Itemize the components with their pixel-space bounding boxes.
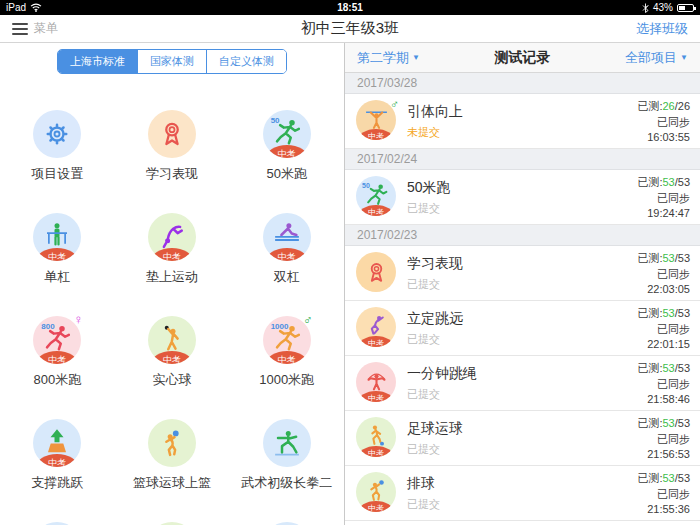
highbar-icon: 中考 <box>33 213 81 261</box>
sync-status: 已同步 <box>637 322 690 338</box>
status-bar: iPad 18:51 43% <box>0 0 700 15</box>
basketball-icon <box>148 419 196 467</box>
filter-dropdown[interactable]: 全部项目 ▼ <box>625 49 688 67</box>
zhongkao-badge: 中考 <box>358 129 394 140</box>
records-panel: 第二学期 ▼ 测试记录 全部项目 ▼ 2017/03/28中考♂引体向上未提交已… <box>345 43 700 525</box>
record-row-soccer-dribble[interactable]: 中考足球运球已提交已测:53/53已同步21:56:53 <box>345 411 700 466</box>
sync-status: 已同步 <box>637 377 690 393</box>
record-time: 16:03:55 <box>637 130 690 146</box>
runner-icon: 50中考 <box>263 110 311 158</box>
chevron-down-icon: ▼ <box>680 53 688 62</box>
runner-icon: 800中考♀ <box>33 316 81 364</box>
grid-item-label: 50米跑 <box>266 165 306 183</box>
shotput-icon: 中考 <box>148 316 196 364</box>
grid-item-run-50m[interactable]: 50中考50米跑 <box>229 110 344 213</box>
grid-item-mat-exercise[interactable]: 中考垫上运动 <box>115 213 230 316</box>
grid-item-horizontal-bar[interactable]: 中考单杠 <box>0 213 115 316</box>
record-info: 已测:53/53已同步21:55:36 <box>637 471 690 518</box>
jumprope-icon: 中考 <box>356 362 396 402</box>
select-class-button[interactable]: 选择班级 <box>636 20 688 38</box>
grid-item-parallel-bars[interactable]: 中考双杠 <box>229 213 344 316</box>
record-info: 已测:53/53已同步21:58:46 <box>637 361 690 408</box>
runner-icon: 50中考 <box>356 176 396 216</box>
record-status: 已提交 <box>407 277 440 292</box>
grid-item-label: 学习表现 <box>146 165 198 183</box>
male-icon: ♂ <box>303 313 313 326</box>
volleyball-icon: 中考 <box>356 472 396 512</box>
grid-item-label: 支撑跳跃 <box>31 474 83 492</box>
sync-status: 已同步 <box>637 191 690 207</box>
wifi-icon <box>30 3 42 12</box>
grid-item-settings[interactable]: 项目设置 <box>0 110 115 213</box>
grid-item-label: 垫上运动 <box>146 268 198 286</box>
grid-item-vault[interactable]: 中考支撑跳跃 <box>0 419 115 522</box>
tested-count: 已测:53/53 <box>637 175 690 191</box>
date-group-header: 2017/02/24 <box>345 149 700 170</box>
record-info: 已测:26/26已同步16:03:55 <box>637 99 690 146</box>
medal-icon <box>148 110 196 158</box>
tumbling-icon: 中考 <box>148 213 196 261</box>
soccer-icon: 中考 <box>356 417 396 457</box>
sync-status: 已同步 <box>637 432 690 448</box>
male-icon: ♂ <box>390 98 399 110</box>
record-time: 21:56:53 <box>637 447 690 463</box>
record-info: 已测:53/53已同步21:56:53 <box>637 416 690 463</box>
record-name: 排球 <box>407 475 435 493</box>
grid-item-label: 双杠 <box>274 268 300 286</box>
date-group-header: 2017/03/28 <box>345 73 700 94</box>
device-label: iPad <box>6 2 26 13</box>
record-row-study-performance[interactable]: 学习表现已提交已测:53/53已同步22:03:05 <box>345 246 700 301</box>
record-status: 已提交 <box>407 332 440 347</box>
record-name: 一分钟跳绳 <box>407 365 477 383</box>
grid-item-label: 1000米跑 <box>259 371 314 389</box>
record-row-volleyball[interactable]: 中考排球已提交已测:53/53已同步21:55:36 <box>345 466 700 521</box>
projects-panel: 上海市标准国家体测自定义体测 项目设置学习表现50中考50米跑中考单杠中考垫上运… <box>0 43 345 525</box>
record-time: 21:55:36 <box>637 502 690 518</box>
page-title: 初中三年级3班 <box>0 19 700 38</box>
grid-item-martial-arts[interactable]: 武术初级长拳二 <box>229 419 344 522</box>
grid-item-run-800m[interactable]: 800中考♀800米跑 <box>0 316 115 419</box>
sync-status: 已同步 <box>637 487 690 503</box>
tested-count: 已测:53/53 <box>637 361 690 377</box>
record-status: 未提交 <box>407 125 440 140</box>
bluetooth-icon <box>642 3 649 13</box>
tab-2[interactable]: 自定义体测 <box>206 50 286 73</box>
pullup-icon: 中考♂ <box>356 100 396 140</box>
tested-count: 已测:53/53 <box>637 251 690 267</box>
grid-item-medicine-ball[interactable]: 中考实心球 <box>115 316 230 419</box>
grid-item-label: 武术初级长拳二 <box>241 474 332 492</box>
zhongkao-badge: 中考 <box>358 501 394 512</box>
distance-label: 50 <box>271 117 280 125</box>
records-list: 2017/03/28中考♂引体向上未提交已测:26/26已同步16:03:552… <box>345 73 700 525</box>
gear-icon <box>33 110 81 158</box>
app-screen: iPad 18:51 43% 菜单 初中三年级3班 选择班级 上海市标准国家体测… <box>0 0 700 525</box>
distance-label: 800 <box>41 323 54 331</box>
main-area: 上海市标准国家体测自定义体测 项目设置学习表现50中考50米跑中考单杠中考垫上运… <box>0 43 700 525</box>
grid-item-run-1000m[interactable]: 1000中考♂1000米跑 <box>229 316 344 419</box>
grid-item-label: 篮球运球上篮 <box>133 474 211 492</box>
record-status: 已提交 <box>407 201 440 216</box>
zhongkao-badge: 中考 <box>358 446 394 457</box>
record-status: 已提交 <box>407 442 440 457</box>
sync-status: 已同步 <box>637 115 690 131</box>
record-name: 引体向上 <box>407 103 463 121</box>
grid-item-basketball-layup[interactable]: 篮球运球上篮 <box>115 419 230 522</box>
grid-item-study-performance[interactable]: 学习表现 <box>115 110 230 213</box>
project-grid: 项目设置学习表现50中考50米跑中考单杠中考垫上运动中考双杠800中考♀800米… <box>0 74 344 525</box>
martialarts-icon <box>263 419 311 467</box>
record-row-one-min-rope-skip[interactable]: 中考一分钟跳绳已提交已测:53/53已同步21:58:46 <box>345 356 700 411</box>
record-row-pull-up[interactable]: 中考♂引体向上未提交已测:26/26已同步16:03:55 <box>345 94 700 149</box>
record-name: 50米跑 <box>407 179 451 197</box>
tab-0[interactable]: 上海市标准 <box>58 50 137 73</box>
longjump-icon: 中考 <box>356 307 396 347</box>
grid-item-label: 单杠 <box>44 268 70 286</box>
parallelbars-icon: 中考 <box>263 213 311 261</box>
record-row-standing-long-jump[interactable]: 中考立定跳远已提交已测:53/53已同步22:01:15 <box>345 301 700 356</box>
status-time: 18:51 <box>126 2 574 13</box>
tab-1[interactable]: 国家体测 <box>137 50 206 73</box>
record-row-run-50m[interactable]: 50中考50米跑已提交已测:53/53已同步19:24:47 <box>345 170 700 225</box>
zhongkao-badge: 中考 <box>358 391 394 402</box>
tested-count: 已测:53/53 <box>637 416 690 432</box>
record-time: 21:58:46 <box>637 392 690 408</box>
record-time: 22:01:15 <box>637 337 690 353</box>
